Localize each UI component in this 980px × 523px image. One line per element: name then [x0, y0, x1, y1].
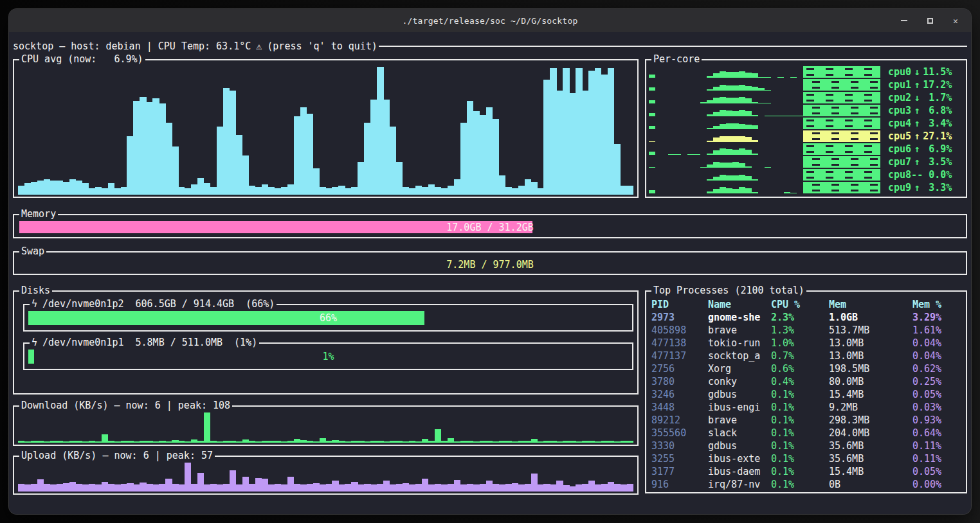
terminal-window: ./target/release/soc ~/D/G/socktop ✕ soc…	[9, 9, 971, 514]
process-row: 405898brave1.3%513.7MB1.61%	[646, 324, 966, 337]
process-row: 477137socktop_a0.7%13.0MB0.04%	[646, 350, 966, 362]
process-row: 477138tokio-run1.0%13.0MB0.04%	[646, 337, 966, 350]
col-name: Name	[708, 298, 771, 311]
process-row: 3246gdbus0.1%15.4MB0.05%	[646, 388, 966, 401]
core-label: cpu1↑17.2%	[888, 79, 952, 91]
gauge-label: 1%	[28, 350, 628, 364]
swap-panel: Swap 7.2MB / 977.0MB7.2MB / 977.0MB	[13, 251, 967, 275]
process-table-body: 2973gnome-she2.3%1.0GB3.29%405898brave1.…	[646, 311, 966, 491]
disk-icon: ϟ	[32, 298, 37, 310]
per-core-title: Per-core	[651, 53, 702, 65]
process-row: 2756Xorg0.6%198.5MB0.62%	[646, 362, 966, 375]
process-table: PID Name CPU % Mem Mem % 2973gnome-she2.…	[646, 298, 966, 491]
download-title: Download (KB/s) — now: 6 | peak: 108	[19, 400, 232, 411]
disk-item: ϟ/dev/nvme0n1p2 606.5GB / 914.4GB (66%) …	[23, 304, 633, 332]
core-sparkline	[649, 92, 880, 103]
core-label: cpu8-- 0.0%	[888, 169, 952, 181]
download-panel: Download (KB/s) — now: 6 | peak: 108	[13, 405, 639, 446]
per-core-panel: Per-core cpu0↓11.5%cpu1↑17.2%cpu2↓ 1.7%c…	[645, 59, 967, 198]
cpu-avg-panel: CPU avg (now: 6.9%)	[13, 59, 639, 198]
process-row: 3177ibus-daem0.1%15.4MB0.05%	[646, 465, 966, 478]
upload-panel: Upload (KB/s) — now: 6 | peak: 57	[13, 456, 639, 495]
disk-label: /dev/nvme0n1p2 606.5GB / 914.4GB (66%)	[42, 298, 275, 310]
upload-chart	[18, 462, 633, 492]
memory-panel: Memory 17.0GB / 31.2GB17.0GB / 31.2GB	[13, 214, 967, 238]
core-row: cpu1↑17.2%	[649, 78, 963, 91]
disk-item: ϟ/dev/nvme0n1p1 5.8MB / 511.0MB (1%) 1%1…	[23, 342, 633, 370]
disk-label: /dev/nvme0n1p1 5.8MB / 511.0MB (1%)	[42, 337, 257, 348]
core-row: cpu4↑ 3.4%	[649, 117, 963, 130]
quit-hint: (press 'q' to quit)	[267, 40, 377, 52]
gauge-fill: 17.0GB / 31.2GB	[19, 221, 532, 233]
core-row: cpu9↑ 3.3%	[649, 181, 963, 194]
top-processes-panel: Top Processes (2100 total) PID Name CPU …	[645, 290, 967, 493]
core-row: cpu0↓11.5%	[649, 66, 963, 78]
core-sparkline	[649, 156, 880, 168]
swap-title: Swap	[19, 245, 46, 257]
upload-title: Upload (KB/s) — now: 6 | peak: 57	[19, 450, 215, 461]
col-cpu: CPU %	[771, 298, 829, 311]
core-sparkline	[649, 182, 880, 193]
memory-gauge: 17.0GB / 31.2GB17.0GB / 31.2GB	[19, 221, 961, 233]
core-row: cpu6↑ 6.9%	[649, 143, 963, 155]
close-icon[interactable]: ✕	[950, 15, 961, 26]
col-pid: PID	[651, 298, 708, 311]
gauge-fill: 66%	[28, 311, 424, 325]
core-row: cpu8-- 0.0%	[649, 168, 963, 181]
window-controls: ✕	[899, 9, 961, 32]
process-row: 3330gdbus0.1%35.6MB0.11%	[646, 439, 966, 452]
disks-title: Disks	[19, 285, 52, 296]
gauge-label: 7.2MB / 977.0MB	[19, 258, 961, 270]
col-mem-pct: Mem %	[912, 298, 966, 311]
core-sparkline	[649, 105, 880, 116]
app-header-text: socktop — host: debian | CPU Temp: 63.1°…	[13, 40, 251, 52]
window-title: ./target/release/soc ~/D/G/socktop	[403, 16, 578, 26]
process-table-header: PID Name CPU % Mem Mem %	[646, 298, 966, 311]
disks-panel: Disks ϟ/dev/nvme0n1p2 606.5GB / 914.4GB …	[13, 290, 639, 394]
core-label: cpu9↑ 3.3%	[888, 182, 952, 193]
process-row: 89212brave0.1%298.3MB0.93%	[646, 414, 966, 427]
core-sparkline	[649, 169, 880, 181]
core-label: cpu7↑ 3.5%	[888, 156, 952, 168]
swap-gauge: 7.2MB / 977.0MB7.2MB / 977.0MB	[19, 258, 961, 270]
per-core-rows: cpu0↓11.5%cpu1↑17.2%cpu2↓ 1.7%cpu3↑ 6.8%…	[649, 66, 963, 194]
disk-item-title: ϟ/dev/nvme0n1p1 5.8MB / 511.0MB (1%)	[30, 337, 259, 348]
core-sparkline	[649, 66, 880, 78]
core-row: cpu5↑27.1%	[649, 130, 963, 143]
warning-icon: ⚠	[256, 40, 262, 52]
window-titlebar[interactable]: ./target/release/soc ~/D/G/socktop ✕	[9, 9, 971, 32]
minimize-icon[interactable]	[899, 15, 909, 26]
process-row: 3255ibus-exte0.1%35.6MB0.11%	[646, 452, 966, 465]
disk-usage-gauge: 66%66%	[28, 311, 628, 325]
core-label: cpu4↑ 3.4%	[888, 118, 952, 129]
disk-icon: ϟ	[32, 337, 37, 348]
core-label: cpu6↑ 6.9%	[888, 143, 952, 155]
cpu-avg-title: CPU avg (now: 6.9%)	[19, 53, 145, 65]
gauge-fill: 1%	[28, 350, 34, 364]
core-label: cpu2↓ 1.7%	[888, 92, 952, 103]
core-label: cpu5↑27.1%	[888, 130, 952, 142]
core-row: cpu3↑ 6.8%	[649, 104, 963, 117]
core-sparkline	[649, 130, 880, 142]
maximize-icon[interactable]	[925, 15, 935, 26]
download-chart	[18, 412, 633, 443]
disk-item-title: ϟ/dev/nvme0n1p2 606.5GB / 914.4GB (66%)	[30, 298, 277, 310]
core-sparkline	[649, 143, 880, 155]
core-row: cpu7↑ 3.5%	[649, 155, 963, 168]
header-rule	[379, 46, 967, 47]
process-row: 3448ibus-engi0.1%9.2MB0.03%	[646, 401, 966, 414]
core-sparkline	[649, 118, 880, 129]
top-processes-title: Top Processes (2100 total)	[651, 285, 806, 296]
app-header: socktop — host: debian | CPU Temp: 63.1°…	[13, 40, 967, 53]
process-row: 3780conky0.4%80.0MB0.25%	[646, 375, 966, 388]
col-mem: Mem	[829, 298, 912, 311]
disk-usage-gauge: 1%1%	[28, 350, 628, 364]
process-row: 355560slack0.1%204.0MB0.64%	[646, 427, 966, 439]
core-label: cpu3↑ 6.8%	[888, 105, 952, 116]
process-row: 916irq/87-nv0.1%0B0.00%	[646, 478, 966, 491]
process-row: 2973gnome-she2.3%1.0GB3.29%	[646, 311, 966, 324]
terminal-content: socktop — host: debian | CPU Temp: 63.1°…	[9, 32, 971, 514]
core-row: cpu2↓ 1.7%	[649, 91, 963, 104]
cpu-avg-chart	[18, 64, 633, 195]
core-sparkline	[649, 79, 880, 91]
